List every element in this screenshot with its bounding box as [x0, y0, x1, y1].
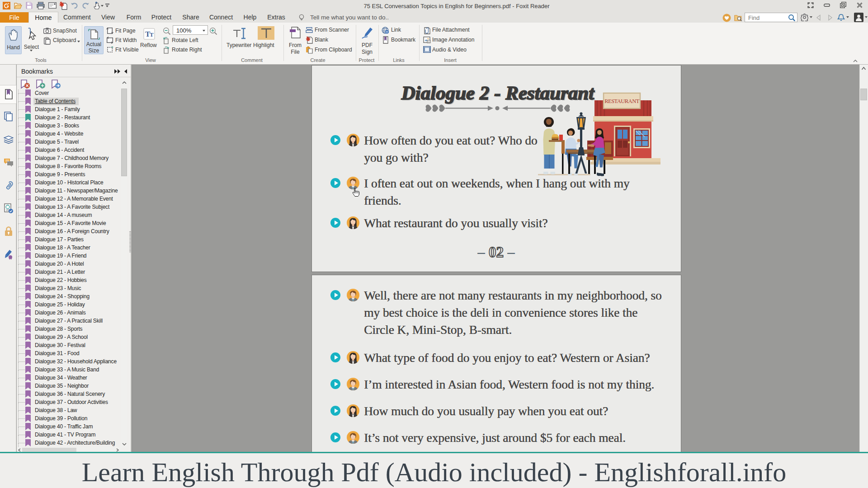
svg-text:RESTAURANT: RESTAURANT [604, 98, 640, 104]
svg-text:T: T [150, 31, 154, 38]
